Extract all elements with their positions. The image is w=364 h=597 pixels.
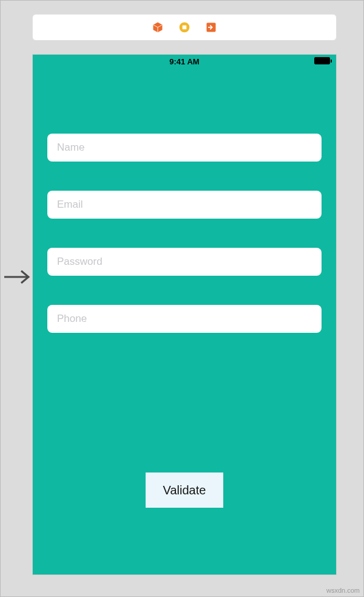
- validate-button[interactable]: Validate: [146, 472, 223, 508]
- form-area: [47, 134, 322, 362]
- status-time: 9:41 AM: [169, 57, 199, 66]
- cube-icon[interactable]: [151, 21, 164, 34]
- phone-screen: 9:41 AM Validate: [32, 54, 337, 575]
- stop-icon[interactable]: [178, 21, 191, 34]
- pointer-arrow-icon: [3, 268, 32, 286]
- battery-icon: [314, 57, 330, 64]
- simulator-toolbar: [32, 14, 337, 41]
- watermark: wsxdn.com: [326, 587, 360, 594]
- email-field[interactable]: [47, 191, 322, 219]
- phone-field[interactable]: [47, 305, 322, 333]
- status-bar: 9:41 AM: [33, 55, 336, 67]
- simulator-frame: 9:41 AM Validate: [32, 14, 337, 575]
- exit-icon[interactable]: [204, 21, 218, 34]
- password-field[interactable]: [47, 248, 322, 276]
- svg-rect-4: [183, 26, 187, 30]
- name-field[interactable]: [47, 134, 322, 162]
